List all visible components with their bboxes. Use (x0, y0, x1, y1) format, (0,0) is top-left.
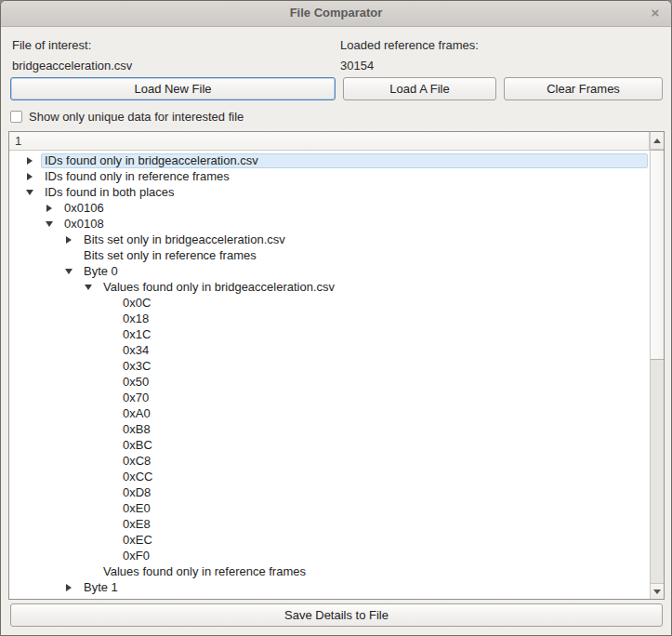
tree-row[interactable]: Bits set only in bridgeacceleration.csv (9, 232, 650, 247)
unique-data-checkbox[interactable] (10, 111, 22, 123)
tree-row[interactable]: 0x34 (9, 342, 650, 358)
tree-row-label: 0x50 (119, 375, 648, 390)
tree-row[interactable]: 0xD8 (9, 484, 650, 500)
tree-row-label: 0xE0 (119, 501, 648, 516)
scrollbar-down-button[interactable] (651, 583, 664, 599)
tree-row-label: 0xC8 (119, 454, 648, 469)
tree-row-label: 0xE8 (119, 517, 648, 532)
tree-row[interactable]: 0x0106 (9, 200, 650, 216)
tree-row[interactable]: 0x1C (9, 326, 650, 342)
tree-row-label: IDs found only in reference frames (41, 169, 648, 184)
tree-row-label: 0xCC (119, 470, 648, 484)
triangle-down-icon[interactable] (63, 269, 74, 274)
tree-row[interactable]: 0x0108 (9, 216, 650, 232)
comparison-tree: 1 IDs found only in bridgeacceleration.c… (8, 131, 665, 600)
tree-row[interactable]: 0xC8 (9, 453, 650, 469)
tree-row-label: 0x0106 (60, 201, 648, 216)
loaded-frames-label: Loaded reference frames: (340, 38, 479, 52)
tree-row[interactable]: 0xE0 (9, 500, 650, 516)
tree-row-label: IDs found only in bridgeacceleration.csv (41, 153, 648, 168)
tree-row-label: 0xEC (119, 533, 648, 548)
tree-row-label: 0xD8 (119, 485, 648, 500)
triangle-right-icon[interactable] (24, 173, 35, 180)
tree-row-label: Bits set only in reference frames (80, 248, 648, 263)
scrollbar-up-button[interactable] (651, 132, 664, 150)
tree-row-label: Byte 0 (80, 264, 648, 279)
close-icon[interactable]: × (648, 6, 663, 20)
tree-row-label: 0x3C (119, 359, 648, 374)
triangle-down-icon[interactable] (83, 285, 94, 290)
tree-row[interactable]: Bits set only in reference frames (9, 247, 650, 263)
tree-row[interactable]: Values found only in reference frames (9, 563, 650, 579)
tree-row-label: IDs found in both places (41, 185, 648, 200)
triangle-right-icon[interactable] (63, 236, 74, 244)
arrow-up-icon (653, 139, 661, 143)
tree-row-label: 0x70 (119, 391, 648, 405)
tree-row[interactable]: Values found only in bridgeacceleration.… (9, 279, 650, 295)
tree-row[interactable]: 0xBC (9, 437, 650, 453)
tree-row[interactable]: IDs found only in reference frames (9, 168, 650, 184)
tree-row-label: 0x34 (119, 343, 648, 358)
clear-frames-button[interactable]: Clear Frames (504, 77, 663, 100)
tree-row[interactable]: 0xB8 (9, 421, 650, 437)
tree-row[interactable]: 0xA0 (9, 405, 650, 421)
tree-row[interactable]: 0x50 (9, 374, 650, 390)
tree-row-label: 0x1C (119, 327, 648, 342)
file-comparator-window: File Comparator × File of interest: Load… (0, 0, 672, 636)
load-new-file-button[interactable]: Load New File (10, 77, 336, 100)
tree-row[interactable]: Byte 1 (9, 579, 650, 595)
arrow-down-icon (653, 590, 661, 594)
tree-row-label: 0x0108 (60, 217, 648, 232)
window-title: File Comparator (1, 6, 671, 20)
tree-row[interactable]: 0x3C (9, 358, 650, 374)
tree-row-label: Values found only in bridgeacceleration.… (99, 280, 648, 295)
triangle-down-icon[interactable] (44, 221, 55, 227)
tree-row-label: 0x18 (119, 311, 648, 326)
tree-row-label: Byte 1 (80, 580, 648, 595)
triangle-right-icon[interactable] (24, 157, 35, 165)
load-a-file-button[interactable]: Load A File (343, 77, 496, 100)
tree-column-header[interactable]: 1 (9, 132, 650, 151)
triangle-right-icon[interactable] (63, 584, 74, 591)
save-details-button[interactable]: Save Details to File (10, 603, 663, 627)
loaded-frames-value: 30154 (340, 59, 374, 73)
tree-row-label: Bits set only in bridgeacceleration.csv (80, 232, 648, 247)
tree-row[interactable]: 0xEC (9, 532, 650, 548)
vertical-scrollbar[interactable] (650, 132, 664, 599)
unique-data-checkbox-row: Show only unique data for interested fil… (10, 109, 244, 124)
tree-row-label: Values found only in reference frames (99, 564, 648, 579)
tree-row[interactable]: 0x0C (9, 295, 650, 311)
file-of-interest-label: File of interest: (12, 38, 91, 52)
tree-row-label: 0xB8 (119, 422, 648, 437)
tree-row[interactable]: IDs found in both places (9, 184, 650, 200)
file-of-interest-value: bridgeacceleration.csv (12, 59, 132, 73)
tree-row-label: 0xBC (119, 438, 648, 453)
unique-data-checkbox-label: Show only unique data for interested fil… (29, 110, 244, 124)
tree-row-label: 0xA0 (119, 406, 648, 421)
tree-row[interactable]: Byte 0 (9, 263, 650, 279)
tree-row[interactable]: 0x18 (9, 311, 650, 326)
tree-row[interactable]: IDs found only in bridgeacceleration.csv (9, 152, 650, 168)
title-bar[interactable]: File Comparator × (1, 1, 671, 27)
tree-row-label: 0x0C (119, 296, 648, 311)
triangle-down-icon[interactable] (24, 190, 35, 195)
tree-rows-container: IDs found only in bridgeacceleration.csv… (9, 152, 650, 599)
tree-row[interactable]: 0xCC (9, 469, 650, 484)
tree-row[interactable]: 0xF0 (9, 548, 650, 563)
tree-row-label: 0xF0 (119, 549, 648, 563)
tree-row[interactable]: 0xE8 (9, 516, 650, 532)
triangle-right-icon[interactable] (44, 205, 55, 212)
scrollbar-thumb[interactable] (651, 150, 664, 360)
tree-row[interactable]: 0x70 (9, 390, 650, 405)
